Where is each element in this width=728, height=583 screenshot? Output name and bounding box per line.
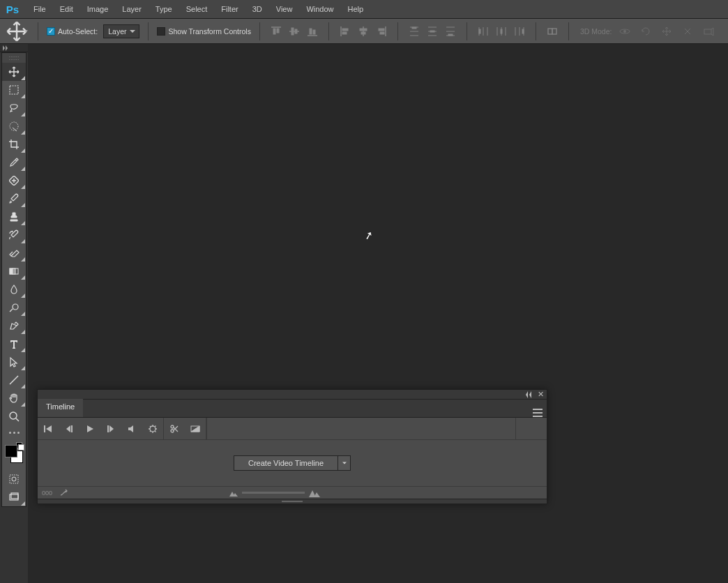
dodge-tool[interactable] — [2, 298, 26, 317]
lasso-tool[interactable] — [2, 99, 26, 117]
eyedropper-tool[interactable] — [2, 153, 26, 172]
create-timeline-dropdown[interactable] — [338, 455, 351, 471]
hand-tool[interactable] — [2, 389, 26, 407]
svg-rect-46 — [704, 29, 711, 34]
svg-rect-2 — [277, 29, 279, 33]
svg-rect-53 — [10, 268, 13, 274]
convert-to-frame-animation-icon[interactable] — [59, 489, 69, 497]
quick-select-tool[interactable] — [2, 117, 26, 135]
separator — [536, 22, 536, 40]
distribute-top-button[interactable] — [407, 24, 422, 39]
transition-button[interactable] — [185, 418, 206, 440]
color-swatches[interactable] — [2, 442, 26, 467]
auto-select-checkbox[interactable] — [47, 27, 55, 36]
align-horizontal-centers-button[interactable] — [356, 24, 371, 39]
menu-3d[interactable]: 3D — [245, 2, 269, 16]
tab-timeline[interactable]: Timeline — [38, 399, 83, 417]
auto-select-option[interactable]: Auto-Select: — [47, 27, 98, 36]
screen-mode-toggle[interactable] — [2, 488, 26, 506]
menu-filter[interactable]: Filter — [214, 2, 245, 16]
zoom-out-mountain-icon — [229, 490, 238, 497]
foreground-color[interactable] — [5, 445, 17, 457]
3d-slide-button[interactable] — [680, 24, 695, 39]
current-tool-preset[interactable] — [4, 21, 29, 42]
menu-view[interactable]: View — [269, 2, 300, 16]
quick-mask-toggle[interactable] — [2, 470, 26, 488]
menu-image[interactable]: Image — [80, 2, 116, 16]
distribute-left-button[interactable] — [476, 24, 491, 39]
svg-rect-49 — [10, 86, 18, 94]
options-bar: Auto-Select: Layer Show Transform Contro… — [0, 19, 728, 44]
zoom-slider[interactable] — [242, 492, 305, 494]
menu-edit[interactable]: Edit — [53, 2, 80, 16]
timeline-zoom[interactable] — [229, 489, 320, 497]
svg-rect-42 — [548, 29, 552, 34]
collapse-panel-icon[interactable] — [525, 391, 532, 398]
tools-panel: :::::: — [1, 52, 26, 507]
tools-panel-grip[interactable]: :::::: — [2, 53, 26, 63]
move-tool[interactable] — [2, 63, 26, 81]
create-video-timeline-button[interactable]: Create Video Timeline — [234, 455, 338, 471]
separator — [397, 22, 398, 40]
crop-tool[interactable] — [2, 135, 26, 153]
move-tool-icon — [4, 19, 29, 44]
separator — [259, 22, 260, 40]
distribute-v-centers-button[interactable] — [425, 24, 440, 39]
timeline-ruler[interactable] — [206, 418, 516, 440]
auto-align-layers-button[interactable] — [545, 24, 560, 39]
go-to-first-frame-button[interactable] — [38, 418, 59, 440]
blur-tool[interactable] — [2, 280, 26, 298]
menu-window[interactable]: Window — [299, 2, 340, 16]
svg-rect-10 — [342, 29, 348, 31]
show-transform-checkbox[interactable] — [157, 27, 165, 36]
svg-rect-11 — [342, 32, 347, 34]
eraser-tool[interactable] — [2, 244, 26, 262]
3d-pan-button[interactable] — [659, 24, 674, 39]
3d-scale-button[interactable] — [701, 24, 716, 39]
show-transform-option[interactable]: Show Transform Controls — [157, 27, 250, 36]
separator — [38, 22, 38, 40]
menu-select[interactable]: Select — [179, 2, 215, 16]
zoom-tool[interactable] — [2, 407, 26, 425]
next-frame-button[interactable] — [100, 418, 121, 440]
3d-orbit-button[interactable] — [617, 24, 632, 39]
align-left-edges-button[interactable] — [338, 24, 353, 39]
menu-layer[interactable]: Layer — [115, 2, 149, 16]
align-right-edges-button[interactable] — [374, 24, 389, 39]
menu-help[interactable]: Help — [341, 2, 371, 16]
split-at-playhead-button[interactable] — [164, 418, 185, 440]
type-tool[interactable] — [2, 335, 26, 353]
menu-file[interactable]: File — [26, 2, 53, 16]
panel-strip-collapse[interactable] — [0, 44, 28, 52]
spot-healing-tool[interactable] — [2, 172, 26, 190]
edit-toolbar-button[interactable] — [2, 425, 26, 439]
marquee-tool[interactable] — [2, 81, 26, 99]
stamp-tool[interactable] — [2, 208, 26, 226]
play-button[interactable] — [79, 418, 100, 440]
distribute-bottom-button[interactable] — [443, 24, 458, 39]
panel-menu-icon[interactable] — [533, 409, 543, 417]
shape-tool[interactable] — [2, 371, 26, 389]
menu-type[interactable]: Type — [149, 2, 179, 16]
separator — [467, 22, 467, 40]
distribute-right-button[interactable] — [512, 24, 527, 39]
playback-options-button[interactable] — [142, 418, 163, 440]
align-vertical-centers-button[interactable] — [287, 24, 302, 39]
close-panel-icon[interactable]: ✕ — [538, 391, 544, 398]
brush-tool[interactable] — [2, 190, 26, 208]
gradient-tool[interactable] — [2, 262, 26, 280]
prev-frame-button[interactable] — [59, 418, 79, 440]
align-top-edges-button[interactable] — [268, 24, 284, 39]
svg-line-58 — [16, 418, 19, 421]
history-brush-tool[interactable] — [2, 226, 26, 244]
auto-select-target[interactable]: Layer — [103, 24, 139, 38]
timeline-tabs: Timeline — [38, 400, 547, 418]
mute-button[interactable] — [121, 418, 142, 440]
svg-point-55 — [13, 304, 18, 310]
path-select-tool[interactable] — [2, 353, 26, 371]
timeline-resize-grip[interactable] — [38, 499, 547, 503]
align-bottom-edges-button[interactable] — [305, 24, 320, 39]
3d-rotate-button[interactable] — [638, 24, 653, 39]
distribute-h-centers-button[interactable] — [494, 24, 509, 39]
pen-tool[interactable] — [2, 317, 26, 335]
